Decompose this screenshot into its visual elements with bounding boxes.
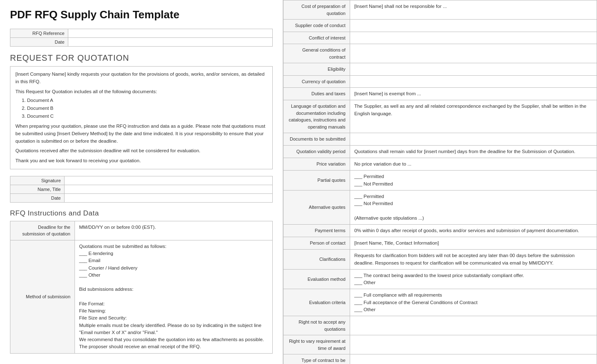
intro-para2: This Request for Quotation includes all … [15, 88, 267, 96]
intro-para3: When preparing your quotation, please us… [15, 123, 267, 145]
row-label: Duties and taxes [284, 88, 350, 100]
row-label: Language of quotation and documentation … [284, 100, 350, 133]
row-label: Alternative quotes [284, 190, 350, 224]
row-label: Currency of quotation [284, 75, 350, 88]
row-label: Supplier code of conduct [284, 20, 350, 32]
intro-list: Document ADocument BDocument C [15, 97, 267, 120]
table-row: Deadline for the submission of quotation… [10, 221, 273, 240]
right-table: Cost of preparation of quotation[Insert … [283, 0, 597, 364]
row-value [68, 29, 272, 38]
page-title: PDF RFQ Supply Chain Template [10, 8, 273, 21]
right-panel: Cost of preparation of quotation[Insert … [283, 0, 597, 364]
table-row: Evaluation criteria___ Full compliance w… [284, 289, 597, 316]
table-row: Cost of preparation of quotation[Insert … [284, 0, 597, 20]
table-row: Signature [10, 176, 273, 185]
table-row: Eligibility [284, 63, 597, 76]
row-label: Quotation validity period [284, 145, 350, 158]
section2-heading: RFQ Instructions and Data [10, 209, 273, 218]
list-item: Document A [27, 97, 267, 104]
row-value [350, 44, 597, 63]
intro-para1: [Insert Company Name] kindly requests yo… [15, 71, 267, 86]
row-value [350, 75, 597, 88]
row-label: Documents to be submitted [284, 133, 350, 146]
row-value [350, 20, 597, 32]
table-row: Price variationNo price variation due to… [284, 158, 597, 171]
row-label: Name, Title [10, 185, 65, 193]
row-label: Clarifications [284, 250, 350, 270]
row-label: Person of contact [284, 237, 350, 250]
row-value: ___ The contract being awarded to the lo… [350, 269, 597, 289]
table-row: Payment terms0% within 0 days after rece… [284, 224, 597, 237]
table-row: RFQ Reference [10, 29, 273, 38]
row-value [68, 38, 272, 47]
row-value [65, 193, 273, 202]
intro-para5: Thank you and we look forward to receivi… [15, 157, 267, 165]
table-row: Right not to accept any quotations [284, 316, 597, 335]
row-label: Eligibility [284, 63, 350, 76]
table-row: ClarificationsRequests for clarification… [284, 250, 597, 270]
signature-table: SignatureName, TitleDate [10, 176, 273, 203]
row-label: General conditions of contract [284, 44, 350, 63]
table-row: Evaluation method___ The contract being … [284, 269, 597, 289]
row-label: Method of submission [10, 240, 75, 353]
list-item: Document B [27, 105, 267, 112]
table-row: Duties and taxes[Insert Name] is exempt … [284, 88, 597, 100]
row-label: Signature [10, 176, 65, 185]
list-item: Document C [27, 113, 267, 120]
row-label: Price variation [284, 158, 350, 171]
table-row: Type of contract to be awarded [284, 354, 597, 364]
row-value: 0% within 0 days after receipt of goods,… [350, 224, 597, 237]
row-value: [Insert Name] is exempt from ... [350, 88, 597, 100]
intro-para4: Quotations received after the submission… [15, 147, 267, 155]
row-value: Quotations must be submitted as follows:… [75, 240, 273, 353]
section1-heading: REQUEST FOR QUOTATION [10, 53, 273, 63]
table-row: Currency of quotation [284, 75, 597, 88]
reference-table: RFQ ReferenceDate [10, 29, 273, 47]
row-value [350, 316, 597, 335]
row-value [65, 176, 273, 185]
row-value: The Supplier, as well as any and all rel… [350, 100, 597, 133]
row-value: [Insert Name, Title, Contact Information… [350, 237, 597, 250]
row-label: Type of contract to be awarded [284, 354, 350, 364]
row-value: Quotations shall remain valid for [inser… [350, 145, 597, 158]
table-row: Date [10, 38, 273, 47]
row-value [65, 185, 273, 193]
row-value: ___ Full compliance with all requirement… [350, 289, 597, 316]
row-label: Conflict of interest [284, 32, 350, 44]
table-row: Documents to be submitted [284, 133, 597, 146]
row-label: Evaluation criteria [284, 289, 350, 316]
table-row: General conditions of contract [284, 44, 597, 63]
table-row: Name, Title [10, 185, 273, 193]
row-value: MM/DD/YY on or before 0:00 (EST). [75, 221, 273, 240]
row-label: RFQ Reference [10, 29, 68, 38]
row-value: ___ Permitted ___ Not Permitted [350, 171, 597, 191]
left-panel: PDF RFQ Supply Chain Template RFQ Refere… [0, 0, 283, 364]
table-row: Method of submissionQuotations must be s… [10, 240, 273, 353]
row-label: Partial quotes [284, 171, 350, 191]
table-row: Partial quotes___ Permitted ___ Not Perm… [284, 171, 597, 191]
table-row: Quotation validity periodQuotations shal… [284, 145, 597, 158]
row-label: Right to vary requirement at time of awa… [284, 335, 350, 354]
row-label: Right not to accept any quotations [284, 316, 350, 335]
row-value: No price variation due to ... [350, 158, 597, 171]
intro-box: [Insert Company Name] kindly requests yo… [10, 66, 273, 169]
table-row: Conflict of interest [284, 32, 597, 44]
row-value: Requests for clarification from bidders … [350, 250, 597, 270]
row-value [350, 32, 597, 44]
row-value [350, 133, 597, 146]
table-row: Alternative quotes___ Permitted ___ Not … [284, 190, 597, 224]
row-label: Cost of preparation of quotation [284, 0, 350, 20]
row-value [350, 354, 597, 364]
row-value: [Insert Name] shall not be responsible f… [350, 0, 597, 20]
table-row: Language of quotation and documentation … [284, 100, 597, 133]
row-label: Evaluation method [284, 269, 350, 289]
instructions-table: Deadline for the submission of quotation… [10, 221, 273, 354]
row-label: Date [10, 38, 68, 47]
table-row: Supplier code of conduct [284, 20, 597, 32]
row-label: Date [10, 193, 65, 202]
table-row: Person of contact[Insert Name, Title, Co… [284, 237, 597, 250]
row-label: Deadline for the submission of quotation [10, 221, 75, 240]
table-row: Date [10, 193, 273, 202]
row-label: Payment terms [284, 224, 350, 237]
row-value [350, 63, 597, 76]
